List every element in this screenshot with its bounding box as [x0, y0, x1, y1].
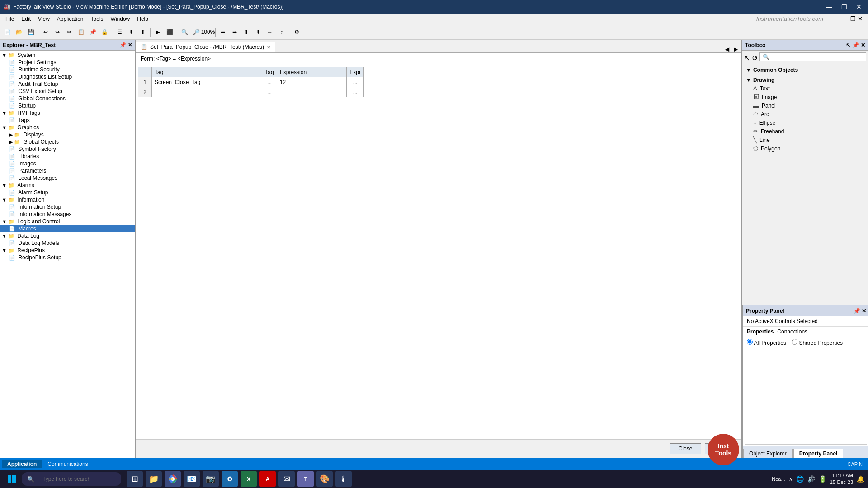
- tree-item-libraries[interactable]: 📄 Libraries: [0, 153, 135, 160]
- tree-item-symbol-factory[interactable]: 📄 Symbol Factory: [0, 145, 135, 153]
- volume-icon[interactable]: 🔊: [807, 475, 815, 483]
- taskbar-explorer[interactable]: 📁: [146, 471, 162, 487]
- tab-property-panel[interactable]: Property Panel: [793, 449, 844, 458]
- network-icon[interactable]: 🌐: [796, 475, 804, 483]
- tab-close-icon[interactable]: ✕: [267, 45, 270, 50]
- tree-item-hmi-tags[interactable]: ▼ 📁 HMI Tags: [0, 109, 135, 117]
- toolbar-open[interactable]: 📂: [14, 27, 24, 38]
- toolbox-item-arc[interactable]: ◠ Arc: [744, 110, 866, 118]
- tag-cell-2[interactable]: [152, 87, 262, 97]
- taskbar-paint[interactable]: 🎨: [316, 471, 333, 487]
- radio-shared-properties[interactable]: Shared Properties: [792, 339, 843, 346]
- chevron-up-icon[interactable]: ∧: [789, 476, 793, 482]
- toolbar-zoom-out[interactable]: 🔎: [191, 27, 202, 38]
- toolbar-run[interactable]: ▶: [152, 27, 163, 38]
- tree-item-global-objects[interactable]: ▶ 📁 Global Objects: [0, 138, 135, 145]
- toolbox-item-freehand[interactable]: ✏ Freehand: [744, 127, 866, 136]
- tree-item-audit-trail-setup[interactable]: 📄 Audit Trail Setup: [0, 80, 135, 88]
- tree-item-runtime-security[interactable]: 📄 Runtime Security: [0, 66, 135, 73]
- tree-item-diagnostics-list-setup[interactable]: 📄 Diagnostics List Setup: [0, 73, 135, 80]
- menu-window[interactable]: Window: [107, 15, 134, 23]
- window-controls-restore[interactable]: ❐: [850, 15, 856, 22]
- notification-icon[interactable]: 🔔: [857, 475, 864, 483]
- tree-item-startup[interactable]: 📄 Startup: [0, 102, 135, 109]
- tree-item-displays[interactable]: ▶ 📁 Displays: [0, 131, 135, 138]
- toolbox-section-drawing-header[interactable]: ▼ Drawing: [744, 76, 866, 84]
- search-bar[interactable]: 🔍: [22, 472, 121, 486]
- tree-item-local-messages[interactable]: 📄 Local Messages: [0, 174, 135, 182]
- toolbox-item-line[interactable]: ╲ Line: [744, 136, 866, 144]
- property-pin[interactable]: 📌: [854, 308, 860, 314]
- toolbox-item-polygon[interactable]: ⬠ Polygon: [744, 144, 866, 153]
- menu-file[interactable]: File: [2, 15, 18, 23]
- toolbar-paste[interactable]: 📌: [87, 27, 98, 38]
- toolbox-close[interactable]: ✕: [861, 42, 865, 48]
- property-tab-connections[interactable]: Connections: [777, 328, 807, 335]
- tree-item-data-log-models[interactable]: 📄 Data Log Models: [0, 239, 135, 247]
- toolbar-copy[interactable]: 📋: [75, 27, 86, 38]
- minimize-button[interactable]: —: [823, 2, 835, 11]
- tree-item-graphics[interactable]: ▼ 📁 Graphics: [0, 124, 135, 131]
- tab-macros[interactable]: 📋 Set_Para_Popup_Close - /MBR_Test/ (Mac…: [136, 42, 275, 52]
- tag-ellipsis-1[interactable]: ...: [262, 77, 277, 87]
- toolbar-align-center-v[interactable]: ↕: [276, 27, 287, 38]
- toolbar-export[interactable]: ⬆: [137, 27, 148, 38]
- tree-item-images[interactable]: 📄 Images: [0, 160, 135, 167]
- toolbar-lock[interactable]: 🔒: [99, 27, 110, 38]
- explorer-pin[interactable]: 📌: [120, 42, 126, 48]
- tab-object-explorer[interactable]: Object Explorer: [743, 449, 793, 458]
- battery-icon[interactable]: 🔋: [819, 475, 826, 483]
- taskbar-mail[interactable]: ✉: [278, 471, 295, 487]
- toolbar-align-right[interactable]: ➡: [229, 27, 240, 38]
- toolbar-zoom-100[interactable]: 100%: [203, 27, 213, 38]
- toolbar-settings[interactable]: ⚙: [291, 27, 302, 38]
- toolbar-redo[interactable]: ↪: [52, 27, 63, 38]
- taskbar-outlook[interactable]: 📧: [184, 471, 200, 487]
- taskbar-teams[interactable]: T: [297, 471, 314, 487]
- tree-item-recipeplus-setup[interactable]: 📄 RecipePlus Setup: [0, 254, 135, 261]
- menu-view[interactable]: View: [34, 15, 53, 23]
- tag-ellipsis-2[interactable]: ...: [262, 87, 277, 97]
- toolbar-new[interactable]: 📄: [2, 27, 13, 38]
- taskbar-clock[interactable]: 11:17 AM 15-Dec-23: [830, 472, 853, 486]
- expression-cell-2[interactable]: [277, 87, 347, 97]
- toolbox-arrow-icon[interactable]: ↖: [744, 54, 750, 62]
- toolbox-item-text[interactable]: A Text: [744, 84, 866, 93]
- tree-item-macros[interactable]: 📄 Macros: [0, 225, 135, 232]
- taskbar-search-input[interactable]: [37, 474, 109, 484]
- tree-item-csv-export-setup[interactable]: 📄 CSV Export Setup: [0, 88, 135, 95]
- menu-edit[interactable]: Edit: [18, 15, 34, 23]
- tree-item-data-log[interactable]: ▼ 📁 Data Log: [0, 232, 135, 239]
- property-close[interactable]: ✕: [862, 308, 866, 314]
- tree-item-tags[interactable]: 📄 Tags: [0, 117, 135, 124]
- toolbox-item-ellipse[interactable]: ○ Ellipse: [744, 118, 866, 127]
- tree-item-logic-and-control[interactable]: ▼ 📁 Logic and Control: [0, 218, 135, 225]
- toolbox-item-panel[interactable]: ▬ Panel: [744, 101, 866, 110]
- tree-item-information[interactable]: ▼ 📁 Information: [0, 196, 135, 203]
- tree-item-information-messages[interactable]: 📄 Information Messages: [0, 211, 135, 218]
- taskbar-app5[interactable]: ⚙: [222, 471, 238, 487]
- taskbar-acrobat[interactable]: A: [259, 471, 276, 487]
- tree-item-system[interactable]: ▼ 📁 System: [0, 52, 135, 59]
- expr-ellipsis-1[interactable]: ...: [347, 77, 364, 87]
- tag-cell-1[interactable]: Screen_Close_Tag: [152, 77, 262, 87]
- menu-application[interactable]: Application: [53, 15, 87, 23]
- tree-item-project-settings[interactable]: 📄 Project Settings: [0, 59, 135, 66]
- tree-item-recipeplus[interactable]: ▼ 📁 RecipePlus: [0, 247, 135, 254]
- tree-item-alarm-setup[interactable]: 📄 Alarm Setup: [0, 189, 135, 196]
- toolbar-properties[interactable]: ☰: [114, 27, 125, 38]
- close-button[interactable]: ✕: [854, 2, 864, 11]
- window-controls-close[interactable]: ✕: [858, 15, 863, 22]
- tab-next[interactable]: ▶: [732, 46, 740, 52]
- toolbox-rotate-icon[interactable]: ↺: [752, 54, 758, 62]
- tree-item-global-connections[interactable]: 📄 Global Connections: [0, 95, 135, 102]
- toolbar-zoom-in[interactable]: 🔍: [179, 27, 190, 38]
- tab-application[interactable]: Application: [2, 460, 42, 468]
- start-button[interactable]: [4, 471, 20, 487]
- toolbox-pin[interactable]: 📌: [852, 42, 859, 48]
- taskbar-chrome[interactable]: [165, 471, 181, 487]
- toolbar-align-top[interactable]: ⬆: [241, 27, 252, 38]
- taskbar-camera[interactable]: 📷: [203, 471, 219, 487]
- taskbar-temp[interactable]: 🌡: [335, 471, 352, 487]
- tab-communications[interactable]: Communications: [42, 460, 93, 468]
